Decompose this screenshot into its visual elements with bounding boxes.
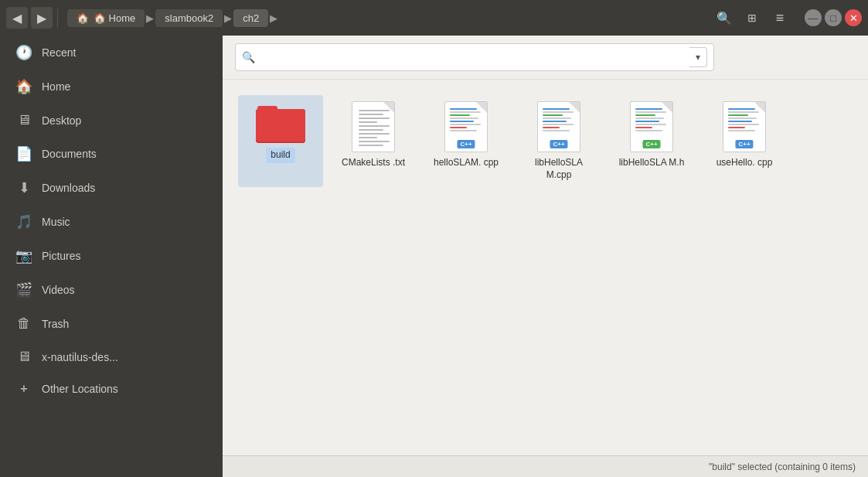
- grid-view-button[interactable]: ⊞: [740, 5, 764, 30]
- breadcrumb-ch2-label: ch2: [243, 12, 259, 24]
- file-label-useHello: useHello. cpp: [717, 157, 773, 169]
- file-item-libHelloSLAM-cpp[interactable]: C++ libHelloSLA M.cpp: [516, 95, 601, 187]
- titlebar-right: 🔍 ⊞ ≡ — □ ✕: [712, 5, 862, 30]
- sidebar-item-home-label: Home: [42, 80, 207, 93]
- sidebar-item-music[interactable]: 🎵 Music: [3, 206, 220, 238]
- svg-rect-2: [256, 109, 305, 141]
- sidebar-item-trash-label: Trash: [42, 318, 207, 330]
- main-container: 🕐 Recent 🏠 Home 🖥 Desktop 📄 Documents ⬇ …: [0, 36, 868, 477]
- downloads-icon: ⬇: [15, 179, 32, 196]
- h-file-icon: C++: [630, 101, 673, 152]
- videos-icon: 🎬: [15, 281, 32, 298]
- pictures-icon: 📷: [15, 247, 32, 264]
- search-dropdown-arrow: ▾: [696, 52, 700, 63]
- sidebar-item-downloads-label: Downloads: [42, 182, 207, 194]
- statusbar-text: "build" selected (containing 0 items): [235, 462, 856, 472]
- breadcrumb-arrow-2: ▶: [223, 12, 233, 24]
- desktop-icon: 🖥: [15, 112, 32, 128]
- cpp-file-icon-useHello: C++: [723, 101, 766, 152]
- sidebar-item-other-locations[interactable]: + Other Locations: [3, 374, 220, 404]
- sidebar-item-desktop[interactable]: 🖥 Desktop: [3, 104, 220, 136]
- search-toolbar-button[interactable]: 🔍: [712, 5, 737, 30]
- file-label-helloSLAM: helloSLAM. cpp: [434, 157, 499, 169]
- sidebar-item-pictures[interactable]: 📷 Pictures: [3, 240, 220, 272]
- trash-icon: 🗑: [15, 315, 32, 332]
- breadcrumb-home[interactable]: 🏠 🏠 Home: [67, 9, 145, 27]
- sidebar-item-recent[interactable]: 🕐 Recent: [3, 36, 220, 69]
- forward-button[interactable]: ▶: [31, 7, 53, 29]
- home-sidebar-icon: 🏠: [15, 78, 32, 95]
- cpp-file-icon-helloSLAM: C++: [444, 101, 488, 152]
- music-icon: 🎵: [15, 213, 32, 230]
- sidebar-item-pictures-label: Pictures: [42, 250, 207, 262]
- file-item-cmakelists[interactable]: CMakeLists .txt: [331, 95, 416, 187]
- cpp-badge: C++: [457, 140, 475, 148]
- breadcrumb-arrow-1: ▶: [145, 12, 155, 24]
- txt-file-icon: [352, 101, 395, 152]
- breadcrumb-home-label: 🏠 Home: [94, 12, 135, 24]
- recent-icon: 🕐: [15, 44, 32, 61]
- titlebar-separator: [57, 9, 58, 27]
- content-area: 🔍 ▾ build: [223, 36, 868, 477]
- back-icon: ◀: [12, 11, 22, 26]
- sidebar-item-trash[interactable]: 🗑 Trash: [3, 308, 220, 339]
- search-toolbar-icon: 🔍: [717, 11, 732, 26]
- titlebar: ◀ ▶ 🏠 🏠 Home ▶ slambook2 ▶ ch2 ▶ 🔍 ⊞ ≡ —: [0, 0, 868, 36]
- sidebar-item-videos-label: Videos: [42, 284, 207, 296]
- cpp-badge-3: C++: [735, 140, 753, 148]
- cpp-file-icon-libSLAM-cpp: C++: [537, 101, 580, 152]
- forward-icon: ▶: [37, 11, 46, 26]
- back-button[interactable]: ◀: [6, 7, 28, 29]
- minimize-icon: —: [808, 12, 819, 24]
- file-label-cmakelists: CMakeLists .txt: [342, 157, 405, 169]
- breadcrumb-arrow-3: ▶: [268, 12, 279, 24]
- file-item-build[interactable]: build: [238, 95, 323, 187]
- file-grid: build: [223, 80, 868, 455]
- search-bar: 🔍 ▾: [223, 36, 868, 80]
- breadcrumb-ch2[interactable]: ch2: [233, 9, 268, 27]
- file-item-libHelloSLAM-h[interactable]: C++ libHelloSLA M.h: [609, 95, 694, 187]
- breadcrumb: 🏠 🏠 Home ▶ slambook2 ▶ ch2 ▶: [67, 9, 279, 27]
- menu-button[interactable]: ≡: [768, 5, 792, 30]
- sidebar-item-recent-label: Recent: [42, 46, 207, 59]
- sidebar-item-x-nautilus[interactable]: 🖥 x-nautilus-des...: [3, 341, 220, 373]
- file-item-helloSLAM[interactable]: C++ helloSLAM. cpp: [424, 95, 509, 187]
- cpp-badge-2: C++: [550, 140, 567, 148]
- search-input-wrapper: 🔍 ▾: [235, 43, 714, 71]
- sidebar-item-documents[interactable]: 📄 Documents: [3, 138, 220, 170]
- search-dropdown-button[interactable]: ▾: [689, 47, 707, 67]
- breadcrumb-slambook2-label: slambook2: [165, 12, 213, 24]
- other-locations-icon: +: [15, 382, 32, 396]
- maximize-button[interactable]: □: [825, 9, 842, 26]
- minimize-button[interactable]: —: [805, 9, 822, 26]
- sidebar-item-music-label: Music: [42, 216, 207, 228]
- sidebar-item-desktop-label: Desktop: [42, 114, 207, 127]
- file-label-build: build: [266, 148, 294, 163]
- breadcrumb-slambook2[interactable]: slambook2: [155, 9, 223, 27]
- close-button[interactable]: ✕: [845, 9, 862, 26]
- folder-icon: [256, 101, 305, 143]
- home-icon: 🏠: [77, 12, 89, 24]
- sidebar-item-x-nautilus-label: x-nautilus-des...: [42, 351, 207, 363]
- documents-icon: 📄: [15, 145, 32, 162]
- sidebar-item-documents-label: Documents: [42, 148, 207, 160]
- sidebar-item-home[interactable]: 🏠 Home: [3, 70, 220, 103]
- file-item-useHello[interactable]: C++ useHello. cpp: [702, 95, 787, 187]
- file-label-libHelloSLAM-cpp: libHelloSLA M.cpp: [523, 157, 595, 181]
- file-label-libHelloSLAM-h: libHelloSLA M.h: [619, 157, 685, 169]
- search-input[interactable]: [260, 52, 689, 63]
- sidebar-item-other-locations-label: Other Locations: [42, 383, 207, 395]
- maximize-icon: □: [830, 12, 836, 24]
- menu-icon: ≡: [776, 10, 785, 26]
- sidebar-item-videos[interactable]: 🎬 Videos: [3, 274, 220, 306]
- svg-rect-3: [257, 106, 277, 114]
- sidebar-item-downloads[interactable]: ⬇ Downloads: [3, 172, 220, 204]
- sidebar: 🕐 Recent 🏠 Home 🖥 Desktop 📄 Documents ⬇ …: [0, 36, 223, 477]
- x-nautilus-icon: 🖥: [15, 349, 32, 365]
- close-icon: ✕: [849, 12, 858, 24]
- search-icon: 🔍: [242, 51, 255, 63]
- statusbar: "build" selected (containing 0 items): [223, 455, 868, 477]
- grid-view-icon: ⊞: [747, 12, 757, 24]
- h-badge: C++: [642, 140, 660, 148]
